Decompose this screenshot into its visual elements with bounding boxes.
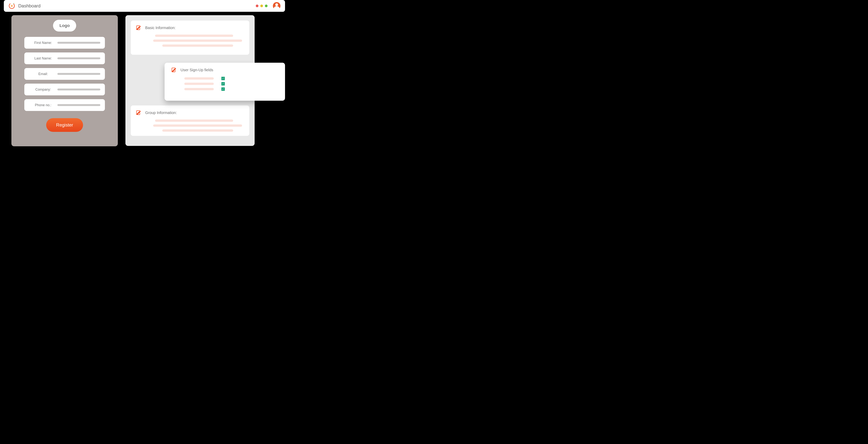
company-input[interactable] (57, 89, 100, 90)
placeholder-line (184, 88, 214, 90)
company-label: Company: (29, 88, 57, 92)
last-name-input[interactable] (57, 57, 100, 59)
placeholder-line (162, 129, 233, 132)
user-signup-fields-title: User Sign-Up fields (181, 68, 213, 72)
basic-information-card: Basic Information: (131, 21, 249, 55)
email-field[interactable]: Email: (24, 68, 105, 80)
last-name-label: Last Name: (29, 56, 57, 60)
edit-icon[interactable] (172, 67, 177, 72)
logo-placeholder: Logo (53, 20, 76, 32)
window-minimize-dot[interactable] (260, 5, 263, 7)
first-name-field[interactable]: First Name: (24, 37, 105, 49)
phone-label: Phone no.: (29, 103, 57, 107)
signup-fields-list: ✓ ✓ ✓ (172, 77, 278, 91)
group-information-title: Group Information: (145, 110, 177, 115)
basic-information-body (136, 35, 244, 47)
signup-field-row: ✓ (184, 82, 278, 86)
register-button[interactable]: Register (46, 118, 83, 132)
phone-field[interactable]: Phone no.: (24, 99, 105, 111)
check-icon[interactable]: ✓ (221, 77, 225, 80)
basic-information-title: Basic Information: (145, 26, 176, 30)
signup-field-row: ✓ (184, 87, 278, 91)
placeholder-line (153, 124, 242, 127)
window-controls (256, 2, 280, 10)
edit-icon[interactable] (136, 110, 142, 115)
placeholder-line (155, 120, 233, 122)
user-signup-fields-card: User Sign-Up fields ✓ ✓ ✓ (164, 63, 285, 101)
app-header: Dashboard (4, 0, 285, 12)
check-icon[interactable]: ✓ (221, 82, 225, 86)
placeholder-line (155, 35, 233, 37)
email-label: Email: (29, 72, 57, 76)
placeholder-line (153, 39, 242, 42)
window-maximize-dot[interactable] (265, 5, 268, 7)
group-information-body (136, 120, 244, 132)
group-information-card: Group Information: (131, 105, 249, 136)
registration-form-panel: Logo First Name: Last Name: Email: Compa… (11, 15, 118, 146)
app-logo-icon (8, 2, 15, 9)
user-avatar-icon[interactable] (273, 2, 280, 10)
phone-input[interactable] (57, 104, 100, 106)
signup-field-row: ✓ (184, 77, 278, 80)
check-icon[interactable]: ✓ (221, 87, 225, 91)
placeholder-line (184, 77, 214, 80)
first-name-label: First Name: (29, 41, 57, 45)
last-name-field[interactable]: Last Name: (24, 53, 105, 64)
svg-point-2 (11, 5, 12, 6)
page-title: Dashboard (18, 3, 40, 8)
first-name-input[interactable] (57, 42, 100, 44)
placeholder-line (162, 44, 233, 47)
placeholder-line (184, 83, 214, 85)
email-input[interactable] (57, 73, 100, 75)
company-field[interactable]: Company: (24, 84, 105, 95)
window-close-dot[interactable] (256, 5, 258, 7)
edit-icon[interactable] (136, 25, 142, 30)
